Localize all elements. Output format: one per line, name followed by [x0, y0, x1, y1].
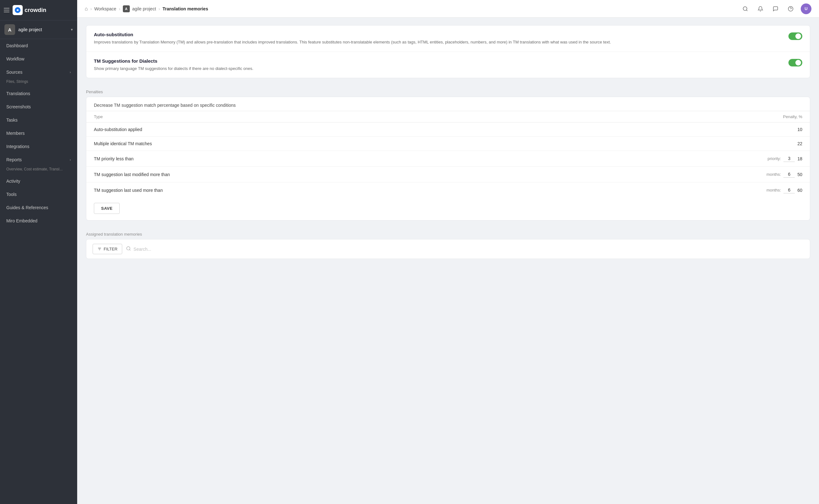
breadcrumb: ⌂ › Workspace › A agile project › Transl…	[85, 5, 740, 12]
filter-button[interactable]: FILTER	[93, 244, 122, 254]
tm-dialects-content: TM Suggestions for Dialects Show primary…	[94, 58, 788, 72]
sidebar-item-label: Reports	[6, 157, 22, 162]
svg-point-1	[743, 7, 747, 10]
help-icon[interactable]	[786, 4, 796, 14]
sidebar: crowdin A agile project ▾ Dashboard Work…	[0, 0, 77, 504]
search-input[interactable]	[134, 247, 804, 252]
penalties-card: Decrease TM suggestion match percentage …	[86, 97, 810, 221]
auto-substitution-title: Auto-substitution	[94, 32, 781, 37]
sidebar-item-tools[interactable]: Tools	[0, 188, 77, 201]
used-field-label: months:	[766, 188, 781, 192]
sidebar-item-integrations[interactable]: Integrations	[0, 140, 77, 153]
penalties-table: Type Penalty, % Auto-substitution applie…	[86, 111, 810, 198]
sidebar-item-label: Guides & References	[6, 205, 48, 210]
sidebar-item-dashboard[interactable]: Dashboard	[0, 39, 77, 52]
tm-dialects-title: TM Suggestions for Dialects	[94, 58, 781, 64]
sidebar-item-translations[interactable]: Translations	[0, 87, 77, 100]
save-button[interactable]: SAVE	[94, 203, 120, 214]
breadcrumb-workspace[interactable]: Workspace	[94, 6, 116, 11]
penalty-value: 10	[550, 123, 810, 137]
sidebar-item-label: Integrations	[6, 144, 29, 149]
penalty-value: 60	[797, 188, 802, 193]
sidebar-header: crowdin	[0, 0, 77, 20]
priority-field-label: priority:	[768, 156, 781, 161]
table-row: Auto-substitution applied 10	[86, 123, 810, 137]
home-icon[interactable]: ⌂	[85, 6, 88, 12]
penalty-value: 22	[550, 137, 810, 151]
chevron-right-icon: ›	[70, 158, 71, 162]
notifications-icon[interactable]	[755, 4, 765, 14]
tm-dialects-row: TM Suggestions for Dialects Show primary…	[86, 52, 810, 78]
priority-field-input[interactable]	[783, 155, 795, 162]
penalty-type: Multiple identical TM matches	[86, 137, 550, 151]
penalty-value: 18	[797, 156, 802, 161]
sidebar-item-label: Sources	[6, 70, 22, 75]
breadcrumb-project[interactable]: agile project	[132, 6, 156, 11]
auto-substitution-desc: Improves translations by Translation Mem…	[94, 39, 781, 45]
project-selector[interactable]: A agile project ▾	[0, 20, 77, 39]
sidebar-item-reports[interactable]: Reports ›	[0, 153, 77, 166]
search-icon[interactable]	[740, 4, 750, 14]
sidebar-item-activity[interactable]: Activity	[0, 175, 77, 188]
table-row: TM suggestion last modified more than mo…	[86, 167, 810, 182]
tm-dialects-desc: Show primary language TM suggestions for…	[94, 66, 781, 72]
topbar-actions: U	[740, 3, 811, 14]
modified-field-group: months: 50	[558, 171, 802, 178]
table-row: TM suggestion last used more than months…	[86, 182, 810, 198]
assigned-tm-card: FILTER	[86, 239, 810, 259]
sidebar-item-workflow[interactable]: Workflow	[0, 52, 77, 66]
chevron-right-icon: ›	[70, 70, 71, 74]
auto-substitution-row: Auto-substitution Improves translations …	[86, 26, 810, 52]
sidebar-item-label: Activity	[6, 179, 20, 184]
breadcrumb-sep: ›	[90, 6, 92, 11]
sidebar-item-label: Tools	[6, 192, 17, 197]
breadcrumb-sep: ›	[158, 6, 160, 11]
logo-text: crowdin	[25, 7, 46, 14]
penalty-type: Auto-substitution applied	[86, 123, 550, 137]
sidebar-item-label: Workflow	[6, 56, 24, 61]
project-avatar: A	[4, 24, 15, 35]
logo-icon	[13, 5, 23, 15]
messages-icon[interactable]	[770, 4, 781, 14]
sidebar-item-tasks[interactable]: Tasks	[0, 113, 77, 127]
content-area: Auto-substitution Improves translations …	[77, 18, 819, 504]
main-area: ⌂ › Workspace › A agile project › Transl…	[77, 0, 819, 504]
sidebar-item-label: Tasks	[6, 117, 18, 123]
tm-dialects-toggle[interactable]	[788, 59, 802, 66]
sidebar-item-sources[interactable]: Sources ›	[0, 66, 77, 79]
modified-field-input[interactable]	[783, 171, 795, 178]
sidebar-item-label: Members	[6, 131, 25, 136]
filter-label: FILTER	[104, 247, 117, 251]
user-avatar[interactable]: U	[801, 3, 811, 14]
penalties-section-label: Penalties	[86, 84, 810, 97]
breadcrumb-current: Translation memories	[163, 6, 208, 11]
col-type: Type	[86, 111, 550, 123]
used-field-input[interactable]	[783, 187, 795, 193]
table-row: TM priority less than priority: 18	[86, 151, 810, 167]
auto-substitution-toggle[interactable]	[788, 32, 802, 40]
priority-field-group: priority: 18	[558, 155, 802, 162]
filter-bar: FILTER	[86, 239, 810, 259]
sidebar-item-screenshots[interactable]: Screenshots	[0, 100, 77, 113]
col-penalty: Penalty, %	[550, 111, 810, 123]
chevron-down-icon: ▾	[71, 27, 73, 32]
sidebar-nav: Dashboard Workflow Sources › Files, Stri…	[0, 39, 77, 227]
menu-icon[interactable]	[4, 8, 9, 12]
penalties-header: Decrease TM suggestion match percentage …	[86, 97, 810, 111]
search-icon	[126, 246, 131, 252]
auto-substitution-content: Auto-substitution Improves translations …	[94, 32, 788, 45]
logo: crowdin	[13, 5, 46, 15]
sidebar-sources-sub: Files, Strings	[0, 79, 77, 87]
sidebar-item-members[interactable]: Members	[0, 127, 77, 140]
penalty-type: TM suggestion last modified more than	[86, 167, 550, 182]
table-row: Multiple identical TM matches 22	[86, 137, 810, 151]
penalty-type: TM priority less than	[86, 151, 550, 167]
sidebar-item-guides[interactable]: Guides & References	[0, 201, 77, 214]
topbar: ⌂ › Workspace › A agile project › Transl…	[77, 0, 819, 18]
sidebar-item-miro[interactable]: Miro Embedded	[0, 214, 77, 227]
breadcrumb-project-badge: A	[123, 5, 130, 12]
breadcrumb-sep: ›	[119, 6, 120, 11]
sidebar-item-label: Screenshots	[6, 104, 31, 109]
penalty-field-cell: months: 60	[550, 182, 810, 198]
sidebar-item-label: Miro Embedded	[6, 218, 37, 223]
